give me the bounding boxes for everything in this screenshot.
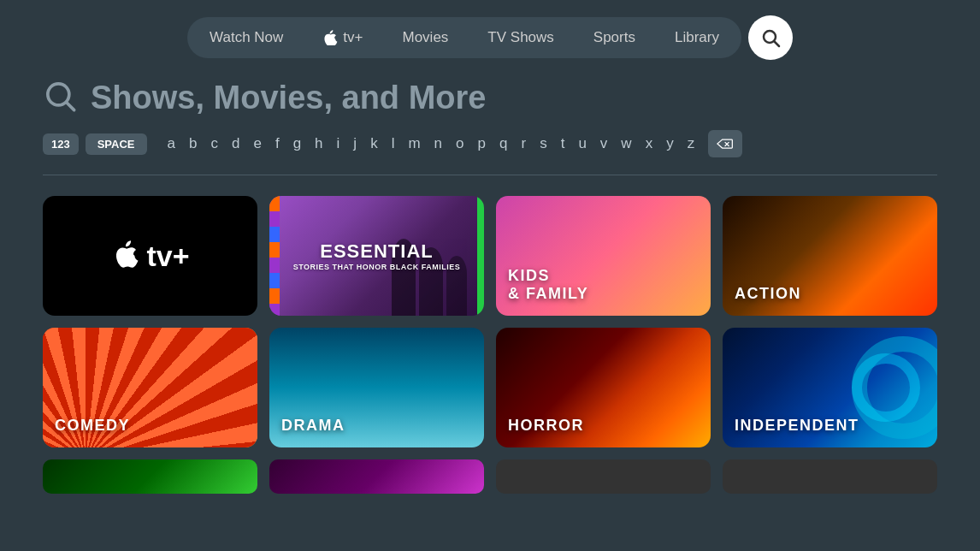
key-g[interactable]: g <box>286 132 308 156</box>
horror-label: HORROR <box>508 417 584 435</box>
essential-left-border <box>269 196 280 316</box>
nav-item-library[interactable]: Library <box>656 22 738 53</box>
appletv-logo: tv+ <box>110 240 189 273</box>
nav-item-appletv[interactable]: tv+ <box>304 22 381 53</box>
key-q[interactable]: q <box>493 132 514 156</box>
search-heading-icon <box>43 79 77 116</box>
key-c[interactable]: c <box>204 132 225 156</box>
nav-pill: Watch Now tv+ Movies TV Shows Sports Lib… <box>187 17 741 58</box>
partial-card-3[interactable] <box>496 459 711 494</box>
essential-title: ESSENTIAL <box>293 240 461 263</box>
category-drama[interactable]: DRAMA <box>269 328 484 447</box>
keyboard-row: 123 SPACE a b c d e f g h i j k l m n o … <box>0 130 980 175</box>
partial-card-1[interactable] <box>43 459 257 494</box>
svg-line-1 <box>774 42 779 47</box>
action-label: ACTION <box>735 285 801 304</box>
category-essential[interactable]: ESSENTIAL STORIES THAT HONOR BLACK FAMIL… <box>269 196 484 316</box>
essential-text-group: ESSENTIAL STORIES THAT HONOR BLACK FAMIL… <box>293 240 461 271</box>
kids-label: KIDS& FAMILY <box>508 267 588 304</box>
category-horror[interactable]: HORROR <box>496 328 711 447</box>
essential-right-border <box>477 196 484 316</box>
top-navigation: Watch Now tv+ Movies TV Shows Sports Lib… <box>0 0 980 72</box>
search-heading-area: Shows, Movies, and More <box>0 72 980 130</box>
key-p[interactable]: p <box>471 132 493 156</box>
key-m[interactable]: m <box>401 132 427 156</box>
independent-circle-2 <box>852 353 920 422</box>
key-z[interactable]: z <box>681 132 702 156</box>
key-a[interactable]: a <box>161 132 182 156</box>
category-kids[interactable]: KIDS& FAMILY <box>496 196 711 316</box>
key-y[interactable]: y <box>659 132 681 156</box>
key-space[interactable]: SPACE <box>86 133 147 155</box>
key-i[interactable]: i <box>330 132 347 156</box>
partial-card-2[interactable] <box>269 459 484 494</box>
search-button[interactable] <box>748 15 793 60</box>
nav-item-watch-now[interactable]: Watch Now <box>191 22 302 53</box>
nav-item-tvshows[interactable]: TV Shows <box>469 22 572 53</box>
independent-label: INDEPENDENT <box>735 417 859 435</box>
key-delete[interactable] <box>708 130 742 157</box>
drama-label: DRAMA <box>281 417 345 435</box>
nav-item-sports[interactable]: Sports <box>575 22 654 53</box>
key-r[interactable]: r <box>514 132 533 156</box>
key-b[interactable]: b <box>182 132 204 156</box>
key-t[interactable]: t <box>554 132 572 156</box>
key-w[interactable]: w <box>614 132 638 156</box>
delete-icon <box>717 135 734 152</box>
essential-subtitle: STORIES THAT HONOR BLACK FAMILIES <box>293 263 461 271</box>
key-123[interactable]: 123 <box>43 133 79 155</box>
apple-logo-icon <box>110 240 141 271</box>
key-l[interactable]: l <box>385 132 402 156</box>
key-j[interactable]: j <box>346 132 363 156</box>
keyboard-divider <box>43 175 937 175</box>
key-n[interactable]: n <box>428 132 449 156</box>
partial-grid-row <box>0 447 980 494</box>
key-k[interactable]: k <box>363 132 385 156</box>
apple-nav-icon <box>322 30 338 45</box>
key-d[interactable]: d <box>225 132 246 156</box>
key-s[interactable]: s <box>533 132 554 156</box>
key-v[interactable]: v <box>593 132 615 156</box>
key-f[interactable]: f <box>269 132 286 156</box>
key-h[interactable]: h <box>308 132 329 156</box>
key-e[interactable]: e <box>246 132 268 156</box>
svg-line-3 <box>67 103 74 110</box>
comedy-label: COMEDY <box>55 417 130 435</box>
category-independent[interactable]: INDEPENDENT <box>723 328 937 447</box>
category-grid: tv+ ESSENTIAL STORIES THAT HONOR BLACK F… <box>0 196 980 447</box>
nav-item-movies[interactable]: Movies <box>383 22 467 53</box>
key-o[interactable]: o <box>449 132 470 156</box>
key-u[interactable]: u <box>571 132 593 156</box>
nav-item-appletv-label: tv+ <box>343 29 363 46</box>
partial-card-4[interactable] <box>723 459 937 494</box>
search-heading-text: Shows, Movies, and More <box>91 80 486 116</box>
search-icon <box>760 27 781 48</box>
category-action[interactable]: ACTION <box>723 196 937 316</box>
appletv-text: tv+ <box>146 240 189 273</box>
category-appletv[interactable]: tv+ <box>43 196 257 316</box>
key-x[interactable]: x <box>639 132 660 156</box>
category-comedy[interactable]: COMEDY <box>43 328 257 447</box>
